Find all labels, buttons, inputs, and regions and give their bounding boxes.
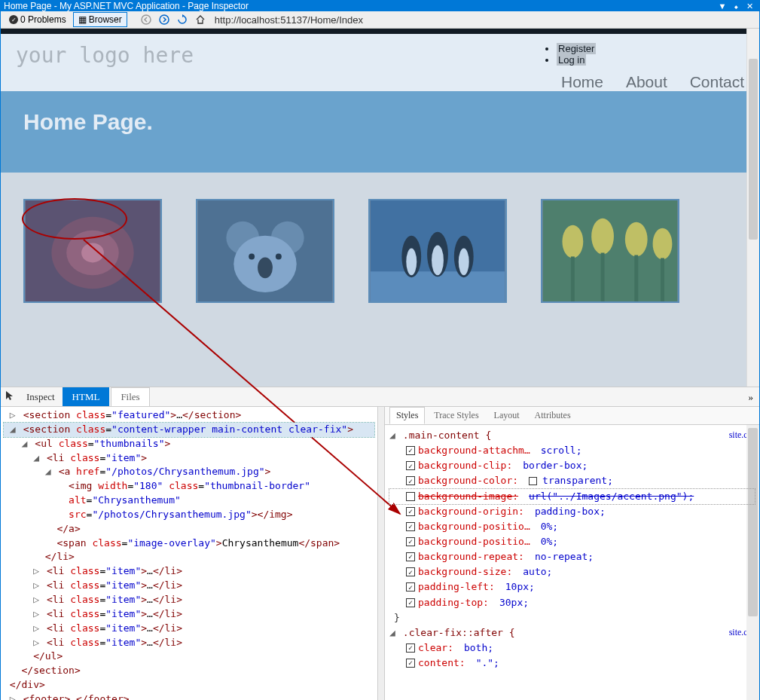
html-node[interactable]: <footer>…</footer>	[23, 693, 130, 700]
property-checkbox[interactable]	[406, 537, 415, 546]
rule-selector[interactable]: .clear-fix::after {	[403, 627, 515, 638]
property-checkbox[interactable]	[406, 461, 415, 470]
thumbnail-tulips[interactable]	[541, 199, 679, 303]
css-property-row[interactable]: background-color: transparent;	[389, 473, 755, 488]
html-node[interactable]: </a>	[56, 523, 80, 534]
html-node[interactable]: <li class="item">…</li>	[47, 622, 182, 634]
toolbar: ✓ 0 Problems ▦ Browser http://localhost:…	[1, 11, 759, 29]
css-property-row[interactable]: background-attachm… scroll;	[389, 443, 755, 458]
titlebar: Home Page - My ASP.NET MVC Application -…	[1, 1, 759, 11]
property-checkbox[interactable]	[406, 552, 415, 561]
check-icon: ✓	[9, 15, 18, 24]
home-icon[interactable]	[192, 11, 209, 28]
css-property-row[interactable]: background-image: url("../Images/accent.…	[389, 489, 755, 504]
css-property-row[interactable]: background-origin: padding-box;	[389, 504, 755, 519]
login-link[interactable]: Log in	[557, 54, 586, 66]
html-node[interactable]: <li class="item">…</li>	[47, 608, 182, 619]
hero-heading: Home Page.	[1, 91, 759, 173]
refresh-icon[interactable]	[174, 11, 191, 28]
svg-point-19	[432, 246, 444, 276]
tab-layout[interactable]: Layout	[488, 408, 526, 423]
html-node[interactable]: <li class="item">…</li>	[47, 637, 182, 648]
rule-selector[interactable]: .main-content {	[403, 429, 491, 441]
styles-body[interactable]: site.css◢ .main-content { background-att…	[385, 425, 759, 700]
color-swatch[interactable]	[529, 477, 537, 485]
thumbnail-chrysanthemum[interactable]	[23, 199, 162, 303]
devtools-body: ▷ <section class="featured">…</section> …	[1, 407, 759, 700]
problems-button[interactable]: ✓ 0 Problems	[4, 12, 72, 27]
css-property-row[interactable]: padding-left: 10px;	[389, 579, 755, 595]
html-node[interactable]: src="/photos/Chrysanthemum.jpg"></img>	[69, 509, 292, 520]
html-node[interactable]: <ul class="thumbnails">	[35, 438, 170, 449]
devtools-chevron-icon[interactable]: »	[743, 388, 760, 406]
nav-forward-icon[interactable]	[156, 11, 172, 28]
pane-splitter[interactable]	[377, 407, 385, 700]
css-property-row[interactable]: clear: both;	[389, 640, 755, 656]
html-node[interactable]: <img width="180" class="thumbnail-border…	[69, 480, 310, 491]
inspect-label[interactable]: Inspect	[20, 388, 61, 406]
css-property-row[interactable]: background-clip: border-box;	[389, 458, 755, 473]
svg-point-23	[591, 219, 614, 255]
tab-attributes[interactable]: Attributes	[529, 408, 577, 423]
thumbnail-penguins[interactable]	[368, 199, 507, 303]
html-node[interactable]: <li class="item">	[47, 452, 147, 463]
html-node[interactable]: <section class="featured">…</section>	[23, 409, 242, 420]
svg-point-20	[459, 249, 469, 276]
property-checkbox[interactable]	[406, 507, 415, 516]
browser-toggle[interactable]: ▦ Browser	[73, 12, 127, 27]
thumbnail-koala[interactable]	[196, 199, 334, 303]
nav-back-icon[interactable]	[138, 11, 154, 28]
logo-placeholder: your logo here	[16, 43, 194, 68]
svg-point-12	[276, 253, 282, 259]
page-wrap: your logo here Register Log in Home Abou…	[1, 34, 759, 91]
nav-contact[interactable]: Contact	[690, 73, 744, 90]
property-checkbox[interactable]	[406, 643, 415, 653]
window-dropdown-icon[interactable]: ▼	[716, 2, 729, 11]
property-checkbox[interactable]	[406, 659, 415, 668]
css-property-row[interactable]: background-positio… 0%;	[389, 534, 755, 549]
browser-label: Browser	[89, 14, 122, 25]
property-checkbox[interactable]	[406, 446, 415, 455]
property-checkbox[interactable]	[406, 582, 415, 591]
html-node[interactable]: <li class="item">…</li>	[47, 565, 182, 576]
window-close-icon[interactable]: ✕	[743, 2, 756, 11]
html-node[interactable]: <span class="image-overlay">Chrysanthemu…	[56, 537, 340, 549]
css-property-row[interactable]: padding-top: 30px;	[389, 595, 755, 610]
html-node[interactable]: </section>	[21, 665, 80, 676]
property-checkbox[interactable]	[406, 476, 415, 485]
address-bar[interactable]: http://localhost:51137/Home/Index	[210, 13, 756, 27]
html-node[interactable]: </ul>	[33, 650, 63, 662]
tab-trace-styles[interactable]: Trace Styles	[428, 408, 484, 423]
svg-point-25	[653, 228, 673, 260]
html-node[interactable]: <li class="item">…</li>	[47, 594, 182, 605]
tab-styles[interactable]: Styles	[389, 407, 425, 424]
svg-point-22	[562, 225, 583, 258]
tab-files[interactable]: Files	[111, 387, 149, 406]
html-node[interactable]: alt="Chrysanthemum"	[69, 494, 181, 506]
css-property-row[interactable]: content: ".";	[389, 656, 755, 671]
svg-point-5	[81, 243, 104, 263]
nav-home[interactable]: Home	[561, 73, 603, 90]
content-area: your logo here Register Log in Home Abou…	[1, 29, 759, 700]
html-node[interactable]: <a href="/photos/Chrysanthemum.jpg">	[59, 466, 271, 477]
tab-html[interactable]: HTML	[63, 387, 110, 406]
css-property-row[interactable]: background-repeat: no-repeat;	[389, 549, 755, 564]
css-property-row[interactable]: background-positio… 0%;	[389, 519, 755, 534]
preview-scrollbar[interactable]	[746, 29, 759, 387]
html-node[interactable]: </li>	[45, 551, 75, 562]
html-node[interactable]: </div>	[10, 679, 45, 690]
html-tree-pane[interactable]: ▷ <section class="featured">…</section> …	[1, 407, 377, 700]
inspect-cursor-icon[interactable]	[4, 390, 16, 405]
property-checkbox[interactable]	[406, 522, 415, 531]
css-property-row[interactable]: background-size: auto;	[389, 564, 755, 579]
account-links: Register Log in	[543, 43, 744, 66]
property-checkbox[interactable]	[406, 598, 415, 607]
nav-about[interactable]: About	[626, 73, 667, 90]
html-node[interactable]: <li class="item">…</li>	[47, 579, 182, 591]
html-node-selected[interactable]: <section class="content-wrapper main-con…	[23, 423, 353, 435]
register-link[interactable]: Register	[557, 43, 596, 54]
property-checkbox[interactable]	[406, 567, 415, 576]
page-top-bar	[1, 29, 759, 34]
window-pin-icon[interactable]: ⬥	[729, 2, 743, 11]
property-checkbox[interactable]	[406, 492, 415, 501]
